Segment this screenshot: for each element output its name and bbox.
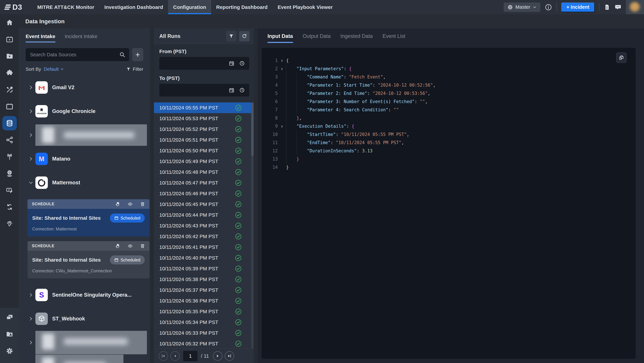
source-row-gmail[interactable]: Gmail V2 xyxy=(19,76,150,99)
run-list-scrollbar[interactable] xyxy=(251,102,254,349)
run-row[interactable]: 10/11/2024 05:41 PM PST xyxy=(154,242,254,253)
source-row-sentinelone[interactable]: S SentinelOne Singularity Opera... xyxy=(19,283,150,307)
from-datetime-input[interactable] xyxy=(159,57,249,70)
chat-feedback-icon[interactable] xyxy=(614,4,622,11)
nav-mitre-attack-monitor[interactable]: MITRE ATT&CK Monitor xyxy=(32,0,99,14)
chevron-right-icon[interactable] xyxy=(28,293,36,298)
schedule-card-selected[interactable]: SCHEDULE Site: Shared to Internal Sites … xyxy=(28,199,150,237)
tab-output-data[interactable]: Output Data xyxy=(303,33,331,43)
manual-run-hand-icon[interactable] xyxy=(115,202,120,207)
sidebar-incident-report-edit-icon[interactable] xyxy=(0,182,19,199)
delete-trash-icon[interactable] xyxy=(140,202,145,207)
chevron-right-icon[interactable] xyxy=(28,109,36,114)
run-row[interactable]: 10/11/2024 05:32 PM PST xyxy=(154,338,254,349)
preview-eye-icon[interactable] xyxy=(128,202,133,207)
add-incident-button[interactable]: + Incident xyxy=(561,2,595,12)
search-data-sources-input[interactable] xyxy=(26,48,129,61)
sort-by-dropdown[interactable]: Default xyxy=(44,66,64,72)
chevron-right-icon[interactable] xyxy=(28,316,36,321)
sidebar-settings-gear-icon[interactable] xyxy=(0,343,19,359)
d3-logo[interactable]: D3 xyxy=(4,3,22,11)
nav-event-playbook-viewer[interactable]: Event Playbook Viewer xyxy=(273,0,338,14)
sidebar-home-icon[interactable] xyxy=(0,14,19,31)
source-row-matano[interactable]: M Matano xyxy=(19,147,150,171)
filter-button[interactable]: Filter xyxy=(126,66,143,72)
sidebar-playbook-schedule-icon[interactable] xyxy=(0,31,19,48)
schedule-card[interactable]: SCHEDULE Site: Shared to Internal Sites … xyxy=(28,241,150,278)
run-row[interactable]: 10/11/2024 05:53 PM PST xyxy=(154,113,254,124)
to-datetime-input[interactable] xyxy=(159,84,249,96)
run-row[interactable]: 10/11/2024 05:34 PM PST xyxy=(154,317,254,328)
last-page-button[interactable] xyxy=(225,351,234,361)
chevron-right-icon[interactable] xyxy=(28,340,36,345)
chevron-right-icon[interactable] xyxy=(28,85,36,90)
user-avatar[interactable] xyxy=(626,0,644,14)
chevron-right-icon[interactable] xyxy=(28,133,36,138)
run-row[interactable]: 10/11/2024 05:38 PM PST xyxy=(154,274,254,285)
run-row[interactable]: 10/11/2024 05:43 PM PST xyxy=(154,220,254,231)
runs-refresh-button[interactable] xyxy=(239,31,250,41)
sidebar-calendar-icon[interactable] xyxy=(0,98,19,115)
next-page-button[interactable] xyxy=(213,351,222,361)
run-row[interactable]: 10/11/2024 05:39 PM PST xyxy=(154,263,254,274)
run-row[interactable]: 10/11/2024 05:33 PM PST xyxy=(154,328,254,338)
run-row[interactable]: 10/11/2024 05:55 PM PST xyxy=(154,102,254,113)
run-row[interactable]: 10/11/2024 05:42 PM PST xyxy=(154,231,254,242)
source-row-redacted[interactable] xyxy=(19,355,150,363)
sidebar-connections-share-icon[interactable] xyxy=(0,132,19,148)
run-row[interactable]: 10/11/2024 05:40 PM PST xyxy=(154,253,254,263)
source-row-mattermost[interactable]: Mattermost xyxy=(19,171,150,195)
sidebar-sync-icon[interactable] xyxy=(0,199,19,215)
source-row-redacted[interactable] xyxy=(19,331,150,355)
site-selector-dropdown[interactable]: Master xyxy=(504,2,540,12)
sidebar-web-intel-globe-icon[interactable] xyxy=(0,165,19,182)
fold-toggle-icon[interactable]: ∨ xyxy=(278,56,286,65)
copy-code-button[interactable] xyxy=(616,52,626,63)
info-icon[interactable] xyxy=(545,3,552,11)
page-number-input[interactable]: 1 xyxy=(183,351,198,361)
nav-reporting-dashboard[interactable]: Reporting Dashboard xyxy=(211,0,273,14)
tab-event-list[interactable]: Event List xyxy=(382,33,405,43)
source-row-redacted[interactable] xyxy=(19,123,150,147)
clock-icon[interactable] xyxy=(239,60,245,66)
run-row[interactable]: 10/11/2024 05:46 PM PST xyxy=(154,188,254,199)
add-data-source-button[interactable]: + xyxy=(132,48,143,61)
run-row[interactable]: 10/11/2024 05:50 PM PST xyxy=(154,145,254,156)
chevron-down-icon[interactable] xyxy=(28,180,36,185)
run-row[interactable]: 10/11/2024 05:48 PM PST xyxy=(154,167,254,177)
sidebar-contacts-folder-icon[interactable] xyxy=(0,326,19,343)
json-code-viewer[interactable]: 1∨{2∨"Input Parameters": {3"Command Name… xyxy=(262,48,636,359)
scrollbar-thumb[interactable] xyxy=(251,102,254,156)
nav-investigation-dashboard[interactable]: Investigation Dashboard xyxy=(99,0,168,14)
run-row[interactable]: 10/11/2024 05:52 PM PST xyxy=(154,124,254,135)
fold-toggle-icon[interactable]: ∨ xyxy=(278,122,286,130)
previous-page-button[interactable] xyxy=(170,351,180,361)
sidebar-windows-copy-icon[interactable] xyxy=(0,309,19,326)
calendar-icon[interactable] xyxy=(229,87,234,93)
tab-ingested-data[interactable]: Ingested Data xyxy=(340,33,373,43)
first-page-button[interactable] xyxy=(159,351,168,361)
fold-toggle-icon[interactable]: ∨ xyxy=(278,65,286,73)
source-row-google-chronicle[interactable]: chronicle Google Chronicle xyxy=(19,99,150,123)
run-row[interactable]: 10/11/2024 05:49 PM PST xyxy=(154,156,254,167)
run-row[interactable]: 10/11/2024 05:37 PM PST xyxy=(154,285,254,296)
tab-input-data[interactable]: Input Data xyxy=(268,33,293,43)
sidebar-fingerprint-icon[interactable] xyxy=(0,215,19,232)
calendar-icon[interactable] xyxy=(229,60,234,66)
sidebar-data-ingestion-database-icon[interactable] xyxy=(0,115,19,132)
clock-icon[interactable] xyxy=(239,87,245,93)
nav-configuration[interactable]: Configuration xyxy=(168,0,211,14)
release-notes-icon[interactable] xyxy=(604,4,610,10)
runs-filter-button[interactable] xyxy=(226,31,236,41)
source-row-st-webhook[interactable]: ST_Webhook xyxy=(19,307,150,331)
preview-eye-icon[interactable] xyxy=(128,244,133,249)
tab-event-intake[interactable]: Event Intake xyxy=(26,33,55,42)
sidebar-integrations-puzzle-icon[interactable] xyxy=(0,64,19,81)
run-row[interactable]: 10/11/2024 05:44 PM PST xyxy=(154,210,254,220)
run-row[interactable]: 10/11/2024 05:51 PM PST xyxy=(154,135,254,145)
chevron-right-icon[interactable] xyxy=(28,156,36,161)
sidebar-utility-tools-icon[interactable] xyxy=(0,81,19,98)
sidebar-video-library-icon[interactable] xyxy=(0,48,19,64)
sidebar-broadcast-antenna-icon[interactable] xyxy=(0,148,19,165)
run-row[interactable]: 10/11/2024 05:36 PM PST xyxy=(154,296,254,306)
